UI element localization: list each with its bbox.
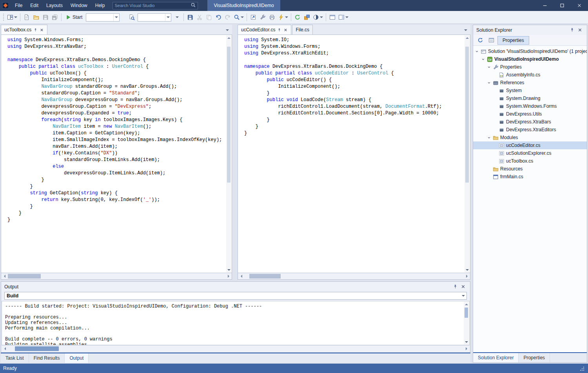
copy-button[interactable]	[204, 13, 214, 22]
scroll-down-button[interactable]	[226, 267, 231, 272]
dock-window-button[interactable]	[328, 13, 337, 22]
scroll-up-button[interactable]	[465, 35, 470, 40]
redo-button[interactable]	[223, 13, 232, 22]
tree-item[interactable]: Properties	[473, 63, 587, 71]
tree-item[interactable]: Modules	[473, 134, 587, 141]
tab-output[interactable]: Output	[65, 353, 89, 363]
scroll-up-button[interactable]	[464, 302, 469, 307]
tab-File.cs[interactable]: File.cs	[292, 25, 313, 34]
configuration-combo[interactable]	[138, 13, 171, 22]
tab-solution-explorer[interactable]: Solution Explorer	[473, 353, 519, 362]
search-button[interactable]	[232, 13, 245, 22]
vertical-scrollbar[interactable]	[226, 35, 231, 272]
code-editor-left[interactable]: using System.Windows.Forms;using DevExpr…	[1, 35, 232, 273]
scroll-thumb[interactable]	[8, 274, 41, 279]
toolbar-grip[interactable]	[2, 14, 5, 21]
scroll-left-button[interactable]	[1, 273, 8, 279]
tree-item[interactable]: ucToolbox.cs	[473, 157, 587, 165]
scroll-track[interactable]	[465, 40, 470, 267]
tree-item[interactable]: Resources	[473, 165, 587, 173]
code-editor-right[interactable]: using System.IO;using System.Windows.For…	[238, 35, 470, 273]
close-icon[interactable]	[283, 28, 288, 32]
package-button[interactable]	[302, 13, 312, 22]
new-window-button[interactable]	[337, 13, 350, 22]
tab-ucToolbox.cs[interactable]: ucToolbox.cs	[1, 25, 47, 34]
resize-grip-icon[interactable]	[579, 365, 585, 371]
properties-button[interactable]: Properties	[497, 36, 529, 45]
menu-help[interactable]: Help	[91, 0, 109, 11]
window-layout-button[interactable]	[6, 13, 18, 22]
close-icon[interactable]	[40, 28, 44, 32]
pin-icon[interactable]	[277, 28, 281, 32]
new-file-button[interactable]	[22, 13, 31, 22]
scroll-track[interactable]	[8, 346, 463, 352]
menu-window[interactable]: Window	[67, 0, 91, 11]
output-text-area[interactable]: ------ Build started: Project: VisualStu…	[2, 301, 470, 345]
horizontal-scrollbar[interactable]	[2, 345, 470, 352]
expander-icon[interactable]	[486, 81, 491, 85]
maximize-button[interactable]	[554, 0, 571, 11]
scroll-thumb[interactable]	[465, 47, 469, 183]
expander-icon[interactable]	[481, 57, 485, 62]
vertical-scrollbar[interactable]	[465, 35, 470, 272]
search-box[interactable]	[113, 2, 198, 9]
pin-icon[interactable]	[568, 26, 576, 34]
undo-button[interactable]	[214, 13, 223, 22]
scroll-down-button[interactable]	[465, 267, 470, 272]
scroll-thumb[interactable]	[465, 308, 468, 318]
chevron-down-icon[interactable]	[165, 14, 171, 21]
app-tab[interactable]: VisualStudioInspiredUIDemo	[207, 0, 280, 11]
scroll-up-button[interactable]	[226, 35, 231, 40]
chevron-down-icon[interactable]	[460, 292, 466, 299]
expander-icon[interactable]	[486, 136, 491, 140]
tree-item[interactable]: System.Windows.Forms	[473, 102, 587, 110]
scroll-thumb[interactable]	[15, 346, 59, 351]
scroll-track[interactable]	[8, 273, 225, 279]
scroll-thumb[interactable]	[249, 274, 281, 279]
scroll-track[interactable]	[245, 273, 463, 279]
minimize-button[interactable]	[536, 0, 554, 11]
tree-item[interactable]: References	[473, 79, 587, 87]
scroll-track[interactable]	[226, 40, 231, 267]
tree-item[interactable]: ucCodeEditor.cs	[473, 141, 587, 149]
find-in-files-button[interactable]	[127, 13, 136, 22]
tree-item[interactable]: Solution 'VisualStudioInspiredUIDemo' (1…	[473, 47, 587, 55]
save-document-button[interactable]	[185, 13, 195, 22]
navigate-button[interactable]	[249, 13, 258, 22]
tree-item[interactable]: System.Drawing	[473, 94, 587, 102]
vertical-scrollbar[interactable]	[464, 302, 469, 344]
scroll-thumb[interactable]	[227, 47, 230, 183]
close-icon[interactable]	[459, 283, 467, 291]
toolbar-overflow-button[interactable]	[172, 13, 182, 22]
tab-properties[interactable]: Properties	[519, 353, 550, 362]
scroll-down-button[interactable]	[464, 339, 469, 344]
chevron-down-icon[interactable]	[113, 14, 119, 21]
expander-icon[interactable]	[475, 49, 479, 54]
menu-file[interactable]: File	[11, 0, 26, 11]
tree-item[interactable]: frmMain.cs	[473, 173, 587, 181]
close-button[interactable]	[571, 0, 588, 11]
project-combo[interactable]	[86, 13, 120, 22]
close-icon[interactable]	[576, 26, 584, 34]
tab-find-results[interactable]: Find Results	[29, 353, 65, 363]
cut-button[interactable]	[195, 13, 204, 22]
tab-ucCodeEditor.cs[interactable]: ucCodeEditor.cs	[238, 25, 291, 34]
scroll-left-button[interactable]	[238, 273, 245, 279]
tree-item[interactable]: ucSolutionExplorer.cs	[473, 149, 587, 157]
save-button[interactable]	[41, 13, 50, 22]
run-tasks-button[interactable]	[277, 13, 289, 22]
refresh-icon[interactable]	[475, 36, 485, 45]
pin-icon[interactable]	[451, 283, 459, 291]
menu-edit[interactable]: Edit	[26, 0, 42, 11]
scroll-right-button[interactable]	[225, 273, 232, 279]
tree-item[interactable]: C#AssemblyInfo.cs	[473, 71, 587, 79]
menu-layouts[interactable]: Layouts	[42, 0, 67, 11]
scroll-right-button[interactable]	[463, 346, 470, 352]
tree-item[interactable]: System	[473, 87, 587, 94]
tab-list-dropdown[interactable]	[463, 27, 469, 33]
print-button[interactable]	[267, 13, 277, 22]
theme-button[interactable]	[312, 13, 324, 22]
pin-icon[interactable]	[33, 28, 38, 32]
tree-item[interactable]: DevExpress.XtraEditors	[473, 126, 587, 134]
scroll-right-button[interactable]	[463, 273, 470, 279]
